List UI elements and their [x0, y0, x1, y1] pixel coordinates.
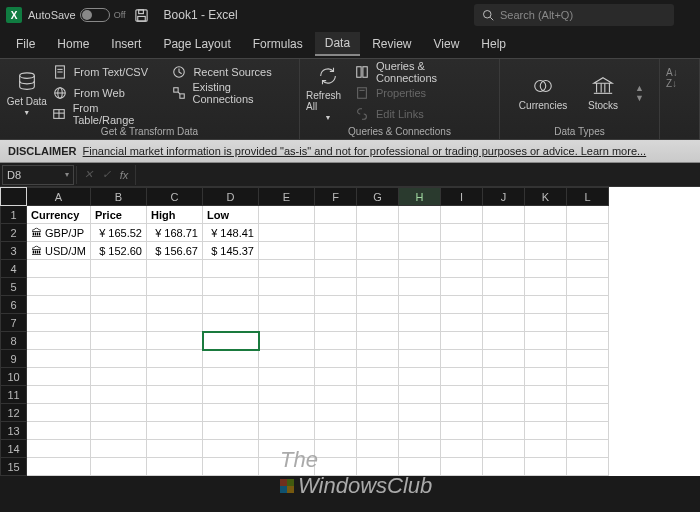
column-header[interactable]: J	[483, 188, 525, 206]
cell[interactable]	[259, 458, 315, 476]
queries-connections-button[interactable]: Queries & Connections	[350, 62, 493, 82]
cell[interactable]	[203, 422, 259, 440]
cell[interactable]	[483, 350, 525, 368]
cell[interactable]	[203, 296, 259, 314]
row-header[interactable]: 1	[1, 206, 27, 224]
cell[interactable]	[399, 224, 441, 242]
cell[interactable]	[525, 350, 567, 368]
cell[interactable]	[357, 242, 399, 260]
cell[interactable]	[441, 206, 483, 224]
spreadsheet-grid[interactable]: ABCDEFGHIJKL1CurrencyPriceHighLow2🏛 GBP/…	[0, 187, 700, 476]
cell[interactable]	[567, 404, 609, 422]
recent-sources-button[interactable]: Recent Sources	[167, 62, 293, 82]
cell[interactable]	[399, 368, 441, 386]
cell[interactable]	[259, 242, 315, 260]
cell[interactable]	[259, 440, 315, 458]
row-header[interactable]: 3	[1, 242, 27, 260]
cell[interactable]	[259, 368, 315, 386]
cell[interactable]	[567, 278, 609, 296]
formula-input[interactable]	[135, 165, 700, 185]
cell[interactable]	[203, 314, 259, 332]
cell[interactable]	[483, 206, 525, 224]
stocks-button[interactable]: Stocks	[573, 61, 633, 124]
cell[interactable]	[315, 224, 357, 242]
cell[interactable]	[441, 350, 483, 368]
cell[interactable]	[27, 314, 91, 332]
cell[interactable]	[259, 386, 315, 404]
cell[interactable]	[147, 296, 203, 314]
cell[interactable]	[259, 278, 315, 296]
cell[interactable]	[27, 422, 91, 440]
cell[interactable]	[357, 386, 399, 404]
cell[interactable]	[315, 332, 357, 350]
cell[interactable]	[357, 296, 399, 314]
cell[interactable]: ¥ 148.41	[203, 224, 259, 242]
cell[interactable]	[441, 242, 483, 260]
cell[interactable]	[147, 332, 203, 350]
column-header[interactable]: B	[91, 188, 147, 206]
row-header[interactable]: 13	[1, 422, 27, 440]
row-header[interactable]: 2	[1, 224, 27, 242]
row-header[interactable]: 15	[1, 458, 27, 476]
cell[interactable]	[567, 350, 609, 368]
column-header[interactable]: K	[525, 188, 567, 206]
cell[interactable]	[441, 386, 483, 404]
menu-tab-view[interactable]: View	[424, 33, 470, 55]
cell[interactable]	[91, 332, 147, 350]
cell[interactable]	[441, 440, 483, 458]
cell[interactable]	[27, 278, 91, 296]
cell[interactable]	[567, 368, 609, 386]
cell[interactable]	[357, 206, 399, 224]
cell[interactable]	[483, 440, 525, 458]
cell[interactable]	[203, 458, 259, 476]
cell[interactable]	[357, 332, 399, 350]
cell[interactable]	[357, 278, 399, 296]
cell[interactable]: ¥ 168.71	[147, 224, 203, 242]
from-text-csv-button[interactable]: From Text/CSV	[48, 62, 162, 82]
cell[interactable]	[525, 224, 567, 242]
row-header[interactable]: 7	[1, 314, 27, 332]
row-header[interactable]: 9	[1, 350, 27, 368]
cell[interactable]	[441, 458, 483, 476]
cell[interactable]	[483, 296, 525, 314]
name-box[interactable]: D8 ▾	[2, 165, 74, 185]
cell[interactable]	[357, 260, 399, 278]
cell[interactable]: $ 152.60	[91, 242, 147, 260]
cell[interactable]	[27, 404, 91, 422]
column-header[interactable]: F	[315, 188, 357, 206]
cell[interactable]	[483, 458, 525, 476]
cell[interactable]	[357, 422, 399, 440]
cell[interactable]	[567, 314, 609, 332]
cell[interactable]	[525, 242, 567, 260]
cell[interactable]	[203, 440, 259, 458]
cell[interactable]	[315, 206, 357, 224]
cell[interactable]	[525, 260, 567, 278]
cell[interactable]	[483, 332, 525, 350]
cell[interactable]	[483, 242, 525, 260]
cell[interactable]	[441, 278, 483, 296]
cell[interactable]	[399, 422, 441, 440]
cell[interactable]	[315, 242, 357, 260]
column-header[interactable]: A	[27, 188, 91, 206]
cell[interactable]	[203, 260, 259, 278]
cell[interactable]	[399, 314, 441, 332]
cell[interactable]	[147, 404, 203, 422]
cell[interactable]	[147, 422, 203, 440]
cell[interactable]	[91, 386, 147, 404]
get-data-button[interactable]: Get Data ▼	[6, 61, 48, 124]
cell[interactable]	[567, 458, 609, 476]
cell[interactable]	[203, 404, 259, 422]
cell[interactable]: 🏛 USD/JM	[27, 242, 91, 260]
cell[interactable]	[441, 332, 483, 350]
cell[interactable]	[399, 386, 441, 404]
cell[interactable]	[259, 314, 315, 332]
cell[interactable]	[567, 242, 609, 260]
cell[interactable]	[91, 440, 147, 458]
cell[interactable]: $ 145.37	[203, 242, 259, 260]
cell[interactable]	[315, 296, 357, 314]
cell[interactable]	[399, 278, 441, 296]
cell[interactable]	[315, 458, 357, 476]
row-header[interactable]: 6	[1, 296, 27, 314]
column-header[interactable]: G	[357, 188, 399, 206]
cell[interactable]: Currency	[27, 206, 91, 224]
